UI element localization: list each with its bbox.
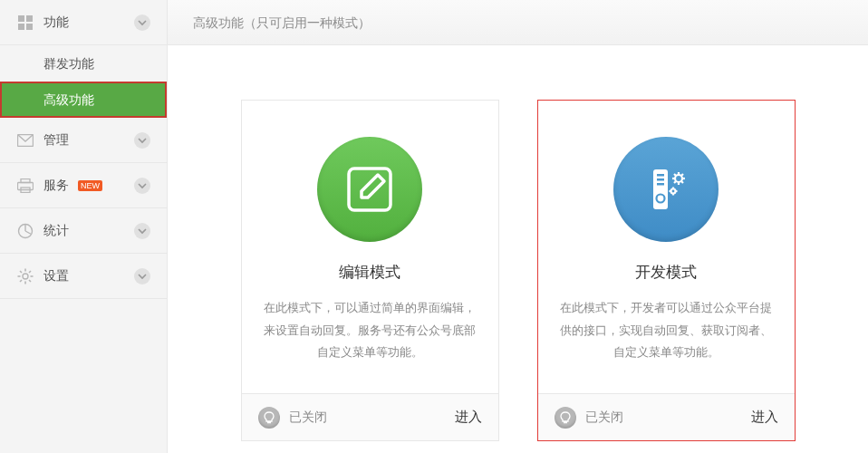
new-badge: new: [78, 180, 102, 191]
svg-rect-18: [349, 169, 391, 210]
chevron-down-icon: [134, 132, 150, 149]
sidebar-group-label: 统计: [43, 223, 134, 239]
sidebar-item-broadcast[interactable]: 群发功能: [0, 45, 167, 82]
dev-mode-icon: [613, 137, 719, 242]
svg-rect-6: [18, 182, 34, 189]
svg-rect-3: [26, 24, 33, 30]
chevron-down-icon: [134, 223, 150, 239]
svg-rect-22: [657, 183, 664, 186]
svg-rect-21: [657, 178, 664, 181]
svg-line-32: [681, 174, 683, 176]
printer-icon: [16, 177, 34, 195]
sidebar-group-service[interactable]: 服务 new: [0, 163, 167, 208]
card-title: 编辑模式: [262, 262, 478, 283]
sidebar-group-settings[interactable]: 设置: [0, 254, 167, 299]
sidebar: 功能 群发功能 高级功能 管理: [0, 0, 168, 453]
svg-line-14: [20, 271, 22, 273]
chevron-down-icon: [134, 268, 150, 284]
sidebar-group-label: 管理: [43, 132, 134, 149]
svg-rect-2: [18, 24, 24, 30]
enter-button[interactable]: 进入: [455, 409, 482, 426]
grid-icon: [16, 14, 34, 32]
svg-line-17: [29, 271, 31, 273]
svg-rect-1: [26, 15, 33, 22]
svg-line-15: [29, 280, 31, 282]
card-edit-mode: 编辑模式 在此模式下，可以通过简单的界面编辑，来设置自动回复。服务号还有公众号底…: [241, 100, 499, 441]
svg-line-16: [20, 280, 22, 282]
lightbulb-icon: [555, 407, 576, 429]
svg-line-29: [674, 174, 676, 176]
svg-point-9: [23, 274, 28, 279]
sidebar-group-stats[interactable]: 统计: [0, 208, 167, 254]
lightbulb-icon: [258, 407, 280, 429]
main-content: 高级功能（只可启用一种模式） 编辑模式 在此模式下，可以通过简单的界面编辑，来设…: [168, 0, 868, 453]
mail-icon: [16, 131, 34, 149]
svg-line-30: [681, 181, 683, 183]
status-text: 已关闭: [585, 410, 751, 426]
svg-rect-0: [18, 15, 24, 22]
card-description: 在此模式下，可以通过简单的界面编辑，来设置自动回复。服务号还有公众号底部自定义菜…: [262, 297, 478, 364]
svg-point-33: [671, 189, 676, 194]
card-dev-mode: 开发模式 在此模式下，开发者可以通过公众平台提供的接口，实现自动回复、获取订阅者…: [537, 100, 796, 441]
chevron-down-icon: [134, 178, 150, 194]
edit-mode-icon: [317, 137, 422, 242]
sidebar-group-label: 设置: [43, 268, 134, 284]
svg-rect-20: [657, 174, 664, 177]
page-title: 高级功能（只可启用一种模式）: [168, 0, 868, 45]
svg-line-31: [674, 181, 676, 183]
pie-icon: [16, 222, 34, 240]
sidebar-group-manage[interactable]: 管理: [0, 118, 167, 163]
card-description: 在此模式下，开发者可以通过公众平台提供的接口，实现自动回复、获取订阅者、自定义菜…: [558, 297, 775, 364]
card-title: 开发模式: [558, 262, 775, 283]
chevron-down-icon: [134, 14, 150, 31]
sidebar-item-advanced[interactable]: 高级功能: [0, 82, 167, 118]
enter-button[interactable]: 进入: [751, 409, 778, 426]
sidebar-group-label: 服务 new: [43, 178, 134, 194]
svg-point-24: [675, 175, 682, 182]
sidebar-group-features[interactable]: 功能: [0, 0, 167, 45]
sidebar-group-label: 功能: [43, 14, 134, 31]
gear-icon: [16, 267, 34, 285]
status-text: 已关闭: [289, 410, 455, 426]
